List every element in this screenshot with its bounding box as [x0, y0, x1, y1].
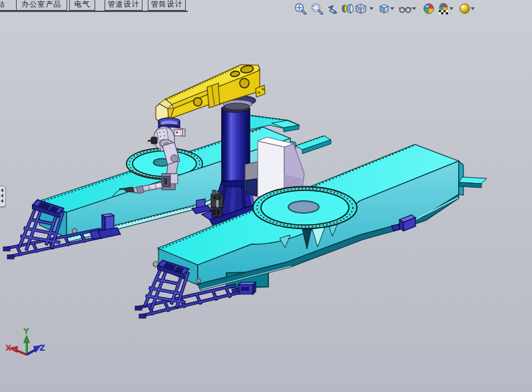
view-settings-button[interactable] [458, 3, 471, 15]
triad-z-label: Z [39, 343, 45, 353]
apply-scene-icon [437, 3, 450, 15]
view-orientation-button[interactable] [354, 3, 368, 15]
edit-appearance-icon [422, 3, 435, 15]
zoom-to-area-button[interactable] [310, 3, 324, 15]
apply-scene-dropdown-caret[interactable] [449, 7, 453, 10]
feature-panel-expander[interactable] [0, 186, 6, 207]
bracket-base-structures [245, 162, 258, 196]
heads-up-view-toolbar [0, 0, 532, 17]
zoom-to-area-icon [310, 3, 324, 15]
edit-appearance-button[interactable] [422, 3, 435, 15]
view-settings-icon [458, 3, 471, 15]
collapse-arrow-icon [1, 194, 3, 198]
collapse-arrow-icon [1, 188, 3, 192]
application-window: Y X Z 估 办公室产品 电气 管道设计 管筒设计 [0, 0, 532, 392]
previous-view-icon [326, 3, 339, 15]
hide-show-items-icon [398, 3, 413, 15]
previous-view-button[interactable] [326, 3, 339, 15]
view-orientation-icon [354, 3, 368, 15]
zoom-to-fit-icon [294, 3, 307, 15]
column-motor-box [211, 190, 223, 217]
section-view-button[interactable] [341, 3, 354, 15]
view-settings-dropdown-caret[interactable] [471, 7, 475, 10]
apply-scene-button[interactable] [437, 3, 450, 15]
triad-y-label: Y [23, 327, 29, 336]
section-view-icon [341, 3, 354, 15]
view-orientation-dropdown-caret[interactable] [370, 7, 374, 10]
display-style-icon [378, 3, 391, 15]
zoom-to-fit-button[interactable] [294, 3, 307, 15]
graphics-area[interactable]: Y X Z [0, 0, 532, 392]
display-style-button[interactable] [378, 3, 391, 15]
hide-show-items-dropdown-caret[interactable] [412, 7, 416, 10]
display-style-dropdown-caret[interactable] [390, 7, 394, 10]
hide-show-items-button[interactable] [398, 3, 411, 15]
right-ring-boss[interactable] [253, 187, 357, 229]
checkered-flag [439, 11, 448, 15]
triad-x-label: X [5, 343, 12, 353]
collapse-arrow-icon [1, 199, 3, 203]
